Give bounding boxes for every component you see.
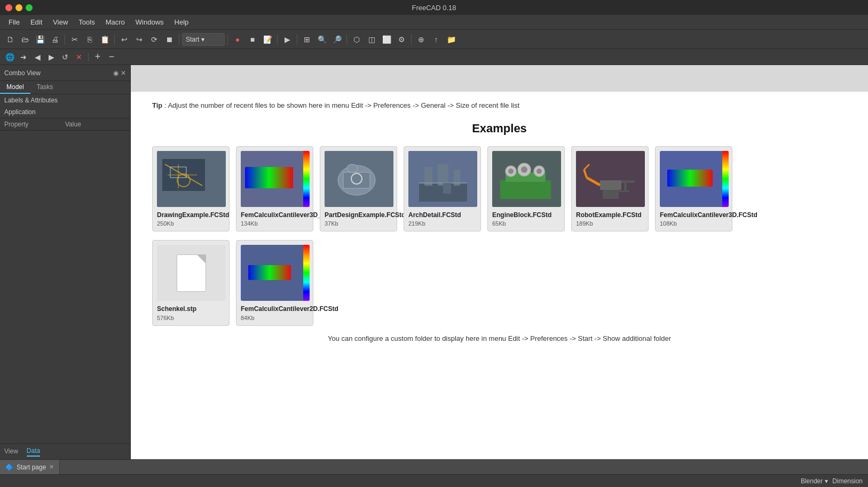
extra-button-2[interactable]: ↑ xyxy=(429,33,443,46)
example-fem3d[interactable]: FemCalculixCantilever3D.FCStd 108Kb xyxy=(655,146,732,232)
zoom-out-button[interactable]: 🔎 xyxy=(330,33,344,46)
dimension-label: Dimension xyxy=(832,477,863,485)
close-button[interactable] xyxy=(5,4,12,11)
folder-button[interactable]: 📁 xyxy=(444,33,458,46)
tab-tasks[interactable]: Tasks xyxy=(30,81,60,94)
cut-button[interactable]: ✂ xyxy=(68,33,82,46)
tab-data[interactable]: Data xyxy=(27,447,40,457)
nav-next-button[interactable]: ▶ xyxy=(45,51,58,63)
page-top-banner xyxy=(131,65,868,92)
tab-view[interactable]: View xyxy=(4,448,18,456)
toolbar-separator-4 xyxy=(227,34,228,45)
zoom-in-button[interactable]: 🔍 xyxy=(315,33,329,46)
nav-bar: 🌐 ➜ ◀ ▶ ↺ ✕ + − xyxy=(0,49,868,65)
nav-back-button[interactable]: ◀ xyxy=(31,51,44,63)
sidebar-section-labels[interactable]: Labels & Attributes xyxy=(0,94,130,106)
tip-content: : Adjust the number of recent files to b… xyxy=(164,101,519,109)
stop-button[interactable]: ⏹ xyxy=(162,33,176,46)
colorbar-4 xyxy=(303,245,310,301)
menu-tools[interactable]: Tools xyxy=(74,17,99,27)
minimize-button[interactable] xyxy=(15,4,22,11)
tab-model[interactable]: Model xyxy=(0,81,30,94)
example-archdetail[interactable]: ArchDetail.FCStd 219Kb xyxy=(404,146,481,232)
maximize-button[interactable] xyxy=(26,4,33,11)
dimension-status: Dimension xyxy=(832,477,863,485)
nav-add-button[interactable]: + xyxy=(91,51,104,63)
sidebar-title: Combo View xyxy=(4,69,41,77)
colorbar-3 xyxy=(722,151,729,207)
window-controls[interactable] xyxy=(5,4,33,11)
example-fem-cant-new[interactable]: FemCalculixCantilever3D_newSolver.FCStd … xyxy=(236,146,313,232)
sidebar-close-icon[interactable]: ✕ xyxy=(121,69,126,77)
example-fem2d[interactable]: FemCalculixCantilever2D.FCStd 84Kb xyxy=(236,240,313,326)
sidebar-section-application[interactable]: Application xyxy=(0,106,130,118)
nav-home-button[interactable]: 🌐 xyxy=(3,51,16,63)
extra-button-1[interactable]: ⊕ xyxy=(414,33,428,46)
menu-windows[interactable]: Windows xyxy=(131,17,168,27)
engineblock-svg xyxy=(492,151,561,207)
svg-rect-12 xyxy=(343,172,370,188)
menu-macro[interactable]: Macro xyxy=(101,17,129,27)
sidebar-pin-icon[interactable]: ◉ xyxy=(113,69,119,77)
menu-help[interactable]: Help xyxy=(170,17,193,27)
workbench-dropdown[interactable]: Start ▾ xyxy=(182,33,225,46)
example-drawing[interactable]: DrawingExample.FCStd 250Kb xyxy=(152,146,230,232)
example-schenkel-thumbnail xyxy=(157,245,226,301)
macro-editor-button[interactable]: 📝 xyxy=(261,33,274,46)
example-fem3d-thumbnail xyxy=(660,151,729,207)
svg-rect-23 xyxy=(500,180,551,199)
title-bar: FreeCAD 0.18 xyxy=(0,0,868,15)
schenkel-size: 576Kb xyxy=(157,315,174,321)
view-front-button[interactable]: ◫ xyxy=(365,33,378,46)
drawing-svg xyxy=(157,151,226,207)
svg-point-30 xyxy=(536,169,542,174)
menu-file[interactable]: File xyxy=(4,17,24,27)
view-top-button[interactable]: ⬜ xyxy=(380,33,393,46)
blender-label: Blender xyxy=(801,477,823,485)
copy-button[interactable]: ⎘ xyxy=(83,33,97,46)
file-icon xyxy=(177,254,206,292)
redo-button[interactable]: ↪ xyxy=(132,33,146,46)
new-file-button[interactable]: 🗋 xyxy=(3,33,17,46)
nav-stop-button[interactable]: ✕ xyxy=(73,51,85,63)
sidebar-tabs: Model Tasks xyxy=(0,81,130,94)
example-robot-thumbnail xyxy=(576,151,645,207)
nav-separator xyxy=(88,53,89,61)
save-button[interactable]: 💾 xyxy=(33,33,47,46)
stop-macro-button[interactable]: ■ xyxy=(246,33,259,46)
toolbar-separator-1 xyxy=(65,34,65,45)
colorbar-1 xyxy=(303,151,310,207)
sidebar-header: Combo View ◉ ✕ xyxy=(0,65,130,81)
archdetail-size: 219Kb xyxy=(408,220,425,227)
nav-forward-button[interactable]: ➜ xyxy=(17,51,30,63)
nav-minus-button[interactable]: − xyxy=(105,51,118,63)
freecad-tab-icon: 🔷 xyxy=(5,464,13,471)
bottom-tab-bar: 🔷 Start page ✕ xyxy=(0,459,868,474)
svg-rect-41 xyxy=(667,170,713,187)
svg-rect-33 xyxy=(600,180,621,190)
menu-edit[interactable]: Edit xyxy=(26,17,46,27)
example-schenkel[interactable]: Schenkel.stp 576Kb xyxy=(152,240,230,326)
run-button[interactable]: ▶ xyxy=(280,33,294,46)
nav-refresh-button[interactable]: ↺ xyxy=(59,51,72,63)
refresh-button[interactable]: ⟳ xyxy=(147,33,161,46)
content-area: Tip : Adjust the number of recent files … xyxy=(131,65,868,459)
print-button[interactable]: 🖨 xyxy=(48,33,62,46)
robot-svg xyxy=(576,151,645,207)
example-engineblock[interactable]: EngineBlock.FCStd 65Kb xyxy=(487,146,565,232)
partdesign-svg xyxy=(325,151,393,207)
open-button[interactable]: 🗁 xyxy=(18,33,32,46)
tab-close-icon[interactable]: ✕ xyxy=(49,464,54,470)
example-partdesign[interactable]: PartDesignExample.FCStd 37Kb xyxy=(320,146,397,232)
settings-button[interactable]: ⚙ xyxy=(394,33,408,46)
paste-button[interactable]: 📋 xyxy=(98,33,112,46)
zoom-fit-button[interactable]: ⊞ xyxy=(300,33,314,46)
view-3d-button[interactable]: ⬡ xyxy=(350,33,364,46)
record-button[interactable]: ● xyxy=(231,33,244,46)
example-robot[interactable]: RobotExample.FCStd 189Kb xyxy=(571,146,649,232)
start-page-tab[interactable]: 🔷 Start page ✕ xyxy=(0,460,60,475)
menu-view[interactable]: View xyxy=(49,17,72,27)
blender-dropdown-icon[interactable]: ▾ xyxy=(825,477,828,485)
chevron-down-icon: ▾ xyxy=(201,36,204,43)
undo-button[interactable]: ↩ xyxy=(117,33,131,46)
